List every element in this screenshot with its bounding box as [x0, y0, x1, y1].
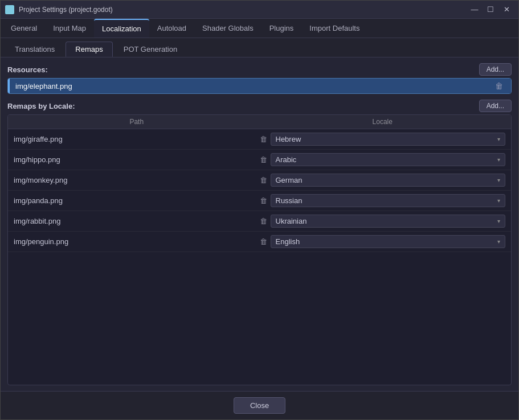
window-controls: — ☐ ✕	[467, 4, 514, 15]
locale-dropdown-4[interactable]: Ukrainian ▾	[271, 215, 506, 228]
chevron-down-icon-4: ▾	[497, 218, 500, 224]
chevron-down-icon-0: ▾	[497, 136, 500, 142]
menu-bar: General Input Map Localization Autoload …	[1, 19, 518, 38]
column-locale-header: Locale	[260, 118, 506, 126]
locale-dropdown-0[interactable]: Hebrew ▾	[271, 133, 506, 146]
close-window-button[interactable]: ✕	[499, 4, 514, 15]
resources-list: img/elephant.png 🗑	[7, 78, 512, 94]
minimize-button[interactable]: —	[467, 4, 482, 15]
tab-plugins[interactable]: Plugins	[261, 19, 302, 38]
sub-tab-bar: Translations Remaps POT Generation	[1, 38, 518, 57]
remaps-section: Remaps by Locale: Add... Path Locale img…	[7, 100, 512, 385]
remaps-table: Path Locale img/giraffe.png 🗑 Hebrew ▾	[7, 114, 512, 385]
row-locale-cell-1: 🗑 Arabic ▾	[260, 153, 506, 166]
resources-header: Resources: Add...	[7, 63, 512, 76]
table-row: img/giraffe.png 🗑 Hebrew ▾	[8, 129, 511, 150]
table-row: img/rabbit.png 🗑 Ukrainian ▾	[8, 211, 511, 232]
locale-value-3: Russian	[276, 196, 303, 205]
row-delete-5[interactable]: 🗑	[260, 237, 267, 246]
row-delete-1[interactable]: 🗑	[260, 155, 267, 164]
footer: Close	[1, 391, 518, 419]
row-delete-2[interactable]: 🗑	[260, 176, 267, 184]
chevron-down-icon-3: ▾	[497, 197, 500, 204]
locale-dropdown-3[interactable]: Russian ▾	[271, 194, 506, 207]
resources-section: Resources: Add... img/elephant.png 🗑	[7, 63, 512, 94]
locale-dropdown-1[interactable]: Arabic ▾	[271, 153, 506, 166]
table-row: img/penguin.png 🗑 English ▾	[8, 232, 511, 252]
locale-value-2: German	[276, 176, 303, 184]
row-delete-4[interactable]: 🗑	[260, 217, 267, 225]
row-locale-cell-3: 🗑 Russian ▾	[260, 194, 506, 207]
row-path-3: img/panda.png	[14, 196, 260, 205]
sub-tab-translations[interactable]: Translations	[5, 42, 64, 57]
remaps-add-button[interactable]: Add...	[479, 100, 512, 112]
sub-tab-remaps[interactable]: Remaps	[66, 42, 112, 57]
locale-value-1: Arabic	[276, 155, 297, 164]
table-header: Path Locale	[8, 115, 511, 129]
tab-input-map[interactable]: Input Map	[45, 19, 94, 38]
table-row: img/monkey.png 🗑 German ▾	[8, 170, 511, 191]
close-button[interactable]: Close	[234, 397, 285, 414]
row-path-2: img/monkey.png	[14, 176, 260, 184]
locale-dropdown-5[interactable]: English ▾	[271, 235, 506, 248]
resource-path-0: img/elephant.png	[15, 82, 72, 90]
titlebar: Project Settings (project.godot) — ☐ ✕	[1, 1, 518, 19]
remaps-header: Remaps by Locale: Add...	[7, 100, 512, 112]
locale-value-0: Hebrew	[276, 135, 301, 143]
row-delete-0[interactable]: 🗑	[260, 135, 267, 143]
row-delete-3[interactable]: 🗑	[260, 196, 267, 205]
row-locale-cell-2: 🗑 German ▾	[260, 174, 506, 187]
resource-item-0[interactable]: img/elephant.png 🗑	[8, 79, 511, 93]
content-area: Translations Remaps POT Generation Resou…	[1, 38, 518, 391]
remaps-label: Remaps by Locale:	[7, 102, 75, 110]
tab-shader-globals[interactable]: Shader Globals	[194, 19, 261, 38]
chevron-down-icon-5: ▾	[497, 238, 500, 245]
maximize-button[interactable]: ☐	[483, 4, 498, 15]
locale-value-4: Ukrainian	[276, 217, 307, 225]
inner-content: Resources: Add... img/elephant.png 🗑 Rem…	[1, 57, 518, 391]
locale-dropdown-2[interactable]: German ▾	[271, 174, 506, 187]
column-path-header: Path	[14, 118, 260, 126]
row-path-4: img/rabbit.png	[14, 217, 260, 225]
app-icon	[5, 5, 14, 14]
chevron-down-icon-1: ▾	[497, 157, 500, 163]
row-path-0: img/giraffe.png	[14, 135, 260, 143]
main-window: Project Settings (project.godot) — ☐ ✕ G…	[0, 0, 519, 420]
resources-label: Resources:	[7, 65, 48, 74]
tab-general[interactable]: General	[3, 19, 45, 38]
tab-localization[interactable]: Localization	[94, 19, 149, 38]
row-path-1: img/hippo.png	[14, 155, 260, 164]
chevron-down-icon-2: ▾	[497, 177, 500, 183]
row-locale-cell-5: 🗑 English ▾	[260, 235, 506, 248]
resource-delete-0[interactable]: 🗑	[493, 81, 505, 90]
resources-add-button[interactable]: Add...	[479, 63, 512, 76]
window-title: Project Settings (project.godot)	[19, 6, 467, 14]
row-locale-cell-0: 🗑 Hebrew ▾	[260, 133, 506, 146]
row-locale-cell-4: 🗑 Ukrainian ▾	[260, 215, 506, 228]
table-row: img/panda.png 🗑 Russian ▾	[8, 191, 511, 211]
tab-import-defaults[interactable]: Import Defaults	[301, 19, 367, 38]
row-path-5: img/penguin.png	[14, 237, 260, 246]
sub-tab-pot-generation[interactable]: POT Generation	[114, 42, 187, 57]
tab-autoload[interactable]: Autoload	[149, 19, 194, 38]
locale-value-5: English	[276, 237, 300, 246]
table-row: img/hippo.png 🗑 Arabic ▾	[8, 150, 511, 170]
